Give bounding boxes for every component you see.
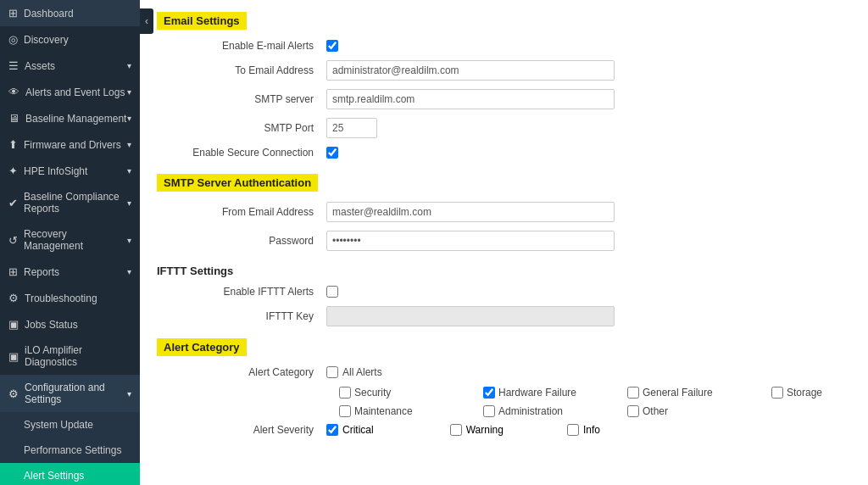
hardware-failure-item: Hardware Failure [483, 387, 610, 399]
hardware-failure-label: Hardware Failure [498, 387, 576, 399]
sidebar-item-label: HPE InfoSight [24, 165, 87, 177]
jobs-icon: ▣ [8, 318, 19, 331]
sidebar-item-compliance[interactable]: ✔ Baseline Compliance Reports ▾ [0, 184, 140, 221]
ifttt-key-label: IFTTT Key [157, 310, 326, 322]
general-failure-item: General Failure [627, 387, 754, 399]
password-row: Password [157, 231, 851, 251]
sidebar-item-firmware[interactable]: ⬆ Firmware and Drivers ▾ [0, 131, 140, 158]
sidebar-item-baseline[interactable]: 🖥 Baseline Management ▾ [0, 105, 140, 131]
storage-checkbox[interactable] [771, 387, 783, 399]
sidebar-item-label: Alerts and Event Logs [25, 86, 125, 98]
reports-icon: ⊞ [8, 265, 18, 278]
info-group: Info [567, 424, 600, 436]
ifttt-title: IFTTT Settings [157, 265, 851, 277]
warning-label: Warning [466, 424, 504, 436]
smtp-server-row: SMTP server [157, 89, 851, 109]
smtp-server-input[interactable] [326, 89, 615, 109]
alerts-chevron: ▾ [127, 87, 131, 97]
other-checkbox[interactable] [627, 405, 639, 417]
maintenance-label: Maintenance [354, 405, 413, 417]
sidebar-item-jobs[interactable]: ▣ Jobs Status [0, 311, 140, 337]
firmware-chevron: ▾ [127, 140, 131, 149]
security-checkbox[interactable] [339, 387, 351, 399]
all-alerts-checkbox[interactable] [326, 366, 338, 378]
enable-ifttt-row: Enable IFTTT Alerts [157, 286, 851, 298]
enable-email-label: Enable E-mail Alerts [157, 40, 326, 52]
troubleshooting-icon: ⚙ [8, 292, 19, 304]
alert-severity-row: Alert Severity Critical Warning Info [157, 424, 851, 436]
all-alerts-label: All Alerts [342, 366, 382, 378]
baseline-chevron: ▾ [127, 114, 131, 123]
sidebar-item-troubleshooting[interactable]: ⚙ Troubleshooting [0, 285, 140, 311]
sidebar-item-assets[interactable]: ☰ Assets ▾ [0, 53, 140, 79]
critical-checkbox[interactable] [326, 424, 338, 436]
sidebar-item-alert-settings[interactable]: Alert Settings [0, 463, 140, 485]
enable-email-checkbox[interactable] [326, 40, 338, 52]
sidebar-item-alerts[interactable]: 👁 Alerts and Event Logs ▾ [0, 79, 140, 105]
recovery-icon: ↺ [8, 234, 18, 247]
infosight-icon: ✦ [8, 164, 18, 177]
sidebar-item-ilo[interactable]: ▣ iLO Amplifier Diagnostics [0, 337, 140, 375]
checkbox-row-1: Security Hardware Failure General Failur… [339, 387, 851, 399]
enable-ifttt-checkbox[interactable] [326, 286, 338, 298]
info-checkbox[interactable] [567, 424, 579, 436]
enable-email-row: Enable E-mail Alerts [157, 40, 851, 52]
alert-category-title: Alert Category [157, 338, 247, 356]
other-label: Other [643, 405, 668, 417]
sidebar-item-recovery[interactable]: ↺ Recovery Management ▾ [0, 221, 140, 259]
from-email-row: From Email Address [157, 202, 851, 222]
password-label: Password [157, 235, 326, 247]
sidebar-item-system-update[interactable]: System Update [0, 412, 140, 438]
discovery-icon: ◎ [8, 33, 18, 46]
all-alerts-group: All Alerts [326, 366, 382, 378]
sidebar-item-performance[interactable]: Performance Settings [0, 438, 140, 463]
smtp-port-label: SMTP Port [157, 122, 326, 134]
to-email-label: To Email Address [157, 64, 326, 76]
hardware-failure-checkbox[interactable] [483, 387, 495, 399]
secure-connection-row: Enable Secure Connection [157, 147, 851, 159]
security-item: Security [339, 387, 466, 399]
from-email-input[interactable] [326, 202, 615, 222]
sidebar-toggle[interactable]: ‹ [140, 8, 153, 34]
sidebar: ⊞ Dashboard ◎ Discovery ☰ Assets ▾ 👁 Ale… [0, 0, 140, 485]
to-email-input[interactable] [326, 60, 615, 81]
warning-checkbox[interactable] [450, 424, 462, 436]
storage-item: Storage [771, 387, 868, 399]
sidebar-item-infosight[interactable]: ✦ HPE InfoSight ▾ [0, 158, 140, 184]
sidebar-item-reports[interactable]: ⊞ Reports ▾ [0, 259, 140, 285]
administration-label: Administration [498, 405, 563, 417]
sidebar-item-label: Baseline Management [25, 113, 126, 125]
alerts-icon: 👁 [8, 86, 19, 98]
smtp-port-input[interactable] [326, 118, 377, 138]
maintenance-checkbox[interactable] [339, 405, 351, 417]
reports-chevron: ▾ [127, 267, 131, 276]
alert-category-row: Alert Category All Alerts [157, 366, 851, 378]
sidebar-item-label: Firmware and Drivers [24, 139, 121, 151]
ifttt-section: IFTTT Settings Enable IFTTT Alerts IFTTT… [157, 265, 851, 326]
enable-ifttt-label: Enable IFTTT Alerts [157, 286, 326, 298]
sidebar-item-dashboard[interactable]: ⊞ Dashboard [0, 0, 140, 26]
sidebar-item-label: Reports [24, 266, 59, 278]
sidebar-item-label: Troubleshooting [25, 293, 97, 304]
sidebar-item-discovery[interactable]: ◎ Discovery [0, 26, 140, 53]
to-email-row: To Email Address [157, 60, 851, 81]
administration-checkbox[interactable] [483, 405, 495, 417]
general-failure-checkbox[interactable] [627, 387, 639, 399]
maintenance-item: Maintenance [339, 405, 466, 417]
sidebar-item-config[interactable]: ⚙ Configuration and Settings ▾ [0, 375, 140, 412]
secure-connection-label: Enable Secure Connection [157, 147, 326, 159]
smtp-port-row: SMTP Port [157, 118, 851, 138]
critical-label: Critical [342, 424, 374, 436]
assets-icon: ☰ [8, 59, 19, 72]
password-input[interactable] [326, 231, 615, 251]
config-chevron: ▾ [127, 389, 131, 399]
secure-connection-checkbox[interactable] [326, 147, 338, 159]
critical-group: Critical [326, 424, 374, 436]
recovery-chevron: ▾ [127, 236, 131, 245]
sidebar-item-label: Discovery [24, 34, 69, 46]
baseline-icon: 🖥 [8, 112, 19, 125]
checkbox-row-2: Maintenance Administration Other [339, 405, 851, 417]
general-failure-label: General Failure [643, 387, 713, 399]
smtp-server-label: SMTP server [157, 93, 326, 105]
ifttt-key-input[interactable] [326, 306, 615, 326]
